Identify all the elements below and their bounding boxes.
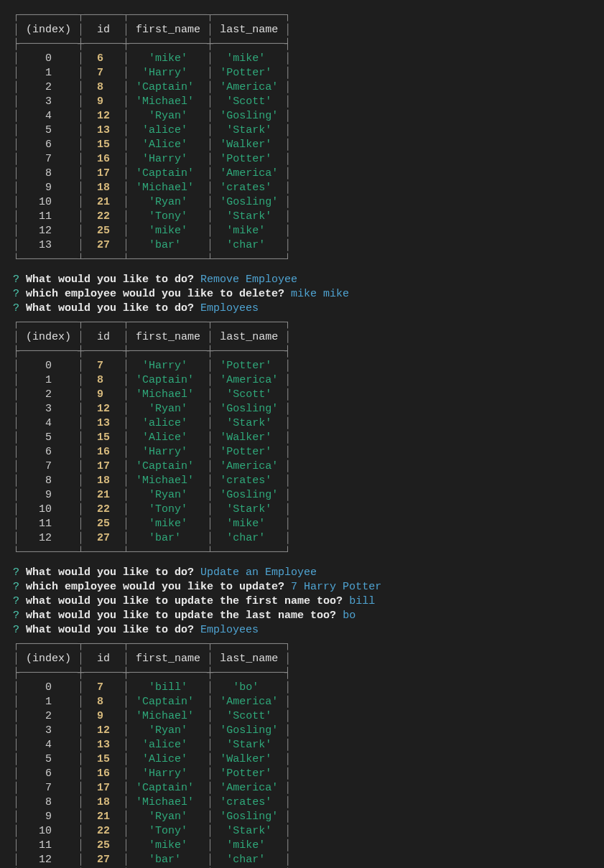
- prompt-line: ? what would you like to update the firs…: [13, 594, 591, 609]
- prompt-line: ? What would you like to do? Update an E…: [13, 566, 591, 580]
- prompt-line: ? What would you like to do? Remove Empl…: [13, 273, 591, 287]
- prompt-line: ? which employee would you like to updat…: [13, 580, 591, 594]
- console-table: ┌─────────┬──────┬────────────┬─────────…: [13, 316, 591, 560]
- prompt-block: ? What would you like to do? Remove Empl…: [13, 273, 591, 316]
- console-table: ┌─────────┬──────┬────────────┬─────────…: [13, 9, 591, 267]
- prompt-question: which employee would you like to update?: [26, 581, 284, 593]
- prompt-marker: ?: [13, 302, 19, 314]
- prompt-marker: ?: [13, 624, 19, 636]
- prompt-marker: ?: [13, 288, 19, 300]
- prompt-question: what would you like to update the last n…: [26, 610, 336, 622]
- prompt-marker: ?: [13, 566, 19, 579]
- prompt-answer: Remove Employee: [200, 274, 297, 286]
- prompt-question: What would you like to do?: [26, 302, 194, 314]
- prompt-question: what would you like to update the first …: [26, 595, 343, 607]
- prompt-block: ? What would you like to do? Update an E…: [13, 566, 591, 638]
- prompt-answer: mike mike: [291, 288, 349, 300]
- prompt-question: What would you like to do?: [26, 624, 194, 636]
- console-table: ┌─────────┬──────┬────────────┬─────────…: [13, 638, 591, 868]
- prompt-answer: bo: [343, 610, 356, 622]
- prompt-line: ? What would you like to do? Employees: [13, 302, 591, 316]
- prompt-line: ? what would you like to update the last…: [13, 609, 591, 623]
- prompt-line: ? What would you like to do? Employees: [13, 623, 591, 638]
- prompt-marker: ?: [13, 610, 19, 622]
- prompt-answer: Employees: [200, 302, 259, 314]
- prompt-question: What would you like to do?: [26, 274, 194, 286]
- prompt-question: which employee would you like to delete?: [26, 288, 284, 300]
- prompt-marker: ?: [13, 274, 19, 286]
- prompt-answer: bill: [349, 595, 375, 607]
- prompt-answer: 7 Harry Potter: [291, 581, 381, 593]
- prompt-question: What would you like to do?: [26, 566, 194, 579]
- prompt-answer: Update an Employee: [200, 566, 317, 579]
- prompt-line: ? which employee would you like to delet…: [13, 287, 591, 302]
- prompt-marker: ?: [13, 595, 19, 607]
- terminal-output: ┌─────────┬──────┬────────────┬─────────…: [13, 9, 591, 868]
- prompt-marker: ?: [13, 581, 19, 593]
- prompt-answer: Employees: [200, 624, 259, 636]
